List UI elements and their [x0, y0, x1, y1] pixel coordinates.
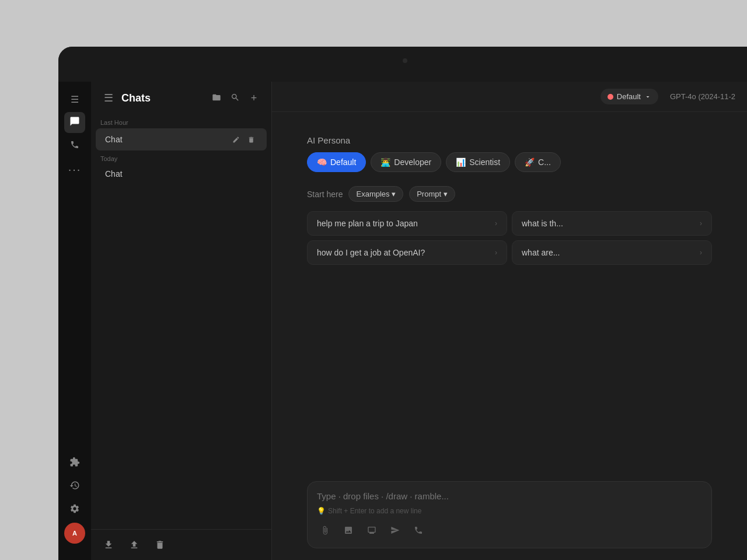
prompt-item-4[interactable]: what are... › [512, 240, 712, 265]
puzzle-icon-btn[interactable] [64, 453, 85, 474]
prompt-3-arrow: › [495, 249, 497, 257]
hamburger-icon-btn[interactable]: ☰ [64, 89, 85, 110]
phone-icon-btn[interactable] [64, 135, 85, 156]
voice-button[interactable] [410, 522, 427, 538]
tablet-top-bar [58, 47, 747, 82]
more-icon-btn[interactable]: ··· [64, 159, 85, 180]
icon-bar: ☰ ··· [58, 82, 91, 560]
download-button[interactable] [100, 537, 117, 553]
persona-creative-btn[interactable]: 🚀 C... [515, 152, 561, 172]
input-hint: 💡 Shift + Enter to add a new line [317, 507, 702, 515]
persona-scientist-emoji: 📊 [456, 158, 466, 167]
prompts-grid: help me plan a trip to Japan › what is t… [307, 211, 712, 265]
prompt-2-text: what is th... [522, 219, 563, 228]
persona-developer-label: Developer [394, 158, 431, 167]
send-button[interactable] [387, 522, 403, 538]
main-header: Default GPT-4o (2024-11-2 [272, 82, 747, 112]
add-chat-icon-btn[interactable]: + [246, 90, 262, 106]
persona-scientist-btn[interactable]: 📊 Scientist [446, 152, 510, 172]
prompt-1-arrow: › [495, 219, 497, 228]
section-label-today: Today [91, 150, 271, 164]
prompt-item-1[interactable]: help me plan a trip to Japan › [307, 211, 507, 236]
persona-default-emoji: 🧠 [317, 158, 327, 167]
chat-item-2-name: Chat [105, 169, 123, 178]
menu-icon: ☰ [104, 92, 113, 104]
delete-chat-button[interactable] [245, 133, 257, 146]
folder-icon-btn[interactable] [208, 90, 225, 106]
prompt-4-text: what are... [522, 248, 560, 257]
trash-button[interactable] [152, 537, 168, 553]
chat-item-2[interactable]: Chat [96, 164, 267, 183]
chat-icon [69, 116, 80, 129]
chat-item-1-actions [229, 133, 257, 146]
persona-developer-btn[interactable]: 👨‍💻 Developer [371, 152, 441, 172]
sidebar: ☰ Chats + [91, 82, 272, 560]
persona-scientist-label: Scientist [469, 158, 500, 167]
history-icon [69, 480, 80, 493]
chat-item-1[interactable]: Chat [96, 128, 267, 150]
avatar-icon-btn[interactable]: A [64, 523, 85, 544]
phone-icon [70, 140, 79, 152]
persona-section: AI Persona 🧠 Default 👨‍💻 Developer 📊 [307, 135, 712, 172]
prompt-item-3[interactable]: how do I get a job at OpenAI? › [307, 240, 507, 265]
folder-icon [212, 93, 221, 104]
history-icon-btn[interactable] [64, 476, 85, 497]
default-persona-label: Default [617, 92, 641, 101]
persona-creative-emoji: 🚀 [525, 158, 535, 167]
persona-creative-label: C... [538, 158, 551, 167]
default-persona-selector[interactable]: Default [601, 89, 658, 104]
prompt-1-text: help me plan a trip to Japan [317, 219, 418, 228]
chat-input[interactable] [317, 491, 702, 501]
examples-label: Examples ▾ [356, 190, 396, 198]
menu-button[interactable]: ☰ [100, 90, 117, 106]
screen-button[interactable] [364, 522, 380, 538]
add-icon: + [251, 92, 257, 104]
start-section: Start here Examples ▾ Prompt ▾ [307, 186, 712, 202]
chat-item-1-name: Chat [105, 135, 123, 144]
app-container: ☰ ··· [58, 82, 747, 560]
section-label-last-hour: Last Hour [91, 114, 271, 128]
image-button[interactable] [340, 522, 357, 538]
attach-button[interactable] [317, 522, 333, 538]
examples-button[interactable]: Examples ▾ [348, 186, 403, 202]
sidebar-header: ☰ Chats + [91, 82, 271, 114]
sidebar-header-icons: + [208, 90, 262, 106]
settings-icon-btn[interactable] [64, 499, 85, 520]
persona-default-btn[interactable]: 🧠 Default [307, 152, 366, 172]
sidebar-bottom [91, 529, 271, 560]
model-version-label: GPT-4o (2024-11-2 [670, 92, 735, 101]
persona-title: AI Persona [307, 135, 712, 145]
settings-icon [69, 503, 80, 516]
prompt-3-text: how do I get a job at OpenAI? [317, 248, 425, 257]
tablet-frame: ☰ ··· [58, 47, 747, 560]
chat-area: AI Persona 🧠 Default 👨‍💻 Developer 📊 [272, 112, 747, 481]
edit-chat-button[interactable] [229, 133, 242, 146]
start-here-label: Start here [307, 190, 343, 199]
hint-text: Shift + Enter to add a new line [328, 507, 421, 515]
persona-buttons: 🧠 Default 👨‍💻 Developer 📊 Scientist [307, 152, 712, 172]
prompt-2-arrow: › [700, 219, 702, 228]
search-icon-btn[interactable] [227, 90, 243, 106]
avatar-icon: A [72, 530, 77, 537]
chat-icon-btn[interactable] [64, 112, 85, 133]
main-content: Default GPT-4o (2024-11-2 AI Persona 🧠 D… [272, 82, 747, 560]
puzzle-icon [69, 457, 80, 470]
hint-icon: 💡 [317, 507, 326, 515]
persona-developer-emoji: 👨‍💻 [381, 158, 390, 167]
prompt-label: Prompt ▾ [417, 190, 448, 198]
search-icon [231, 93, 240, 104]
prompt-4-arrow: › [700, 249, 702, 257]
input-area: 💡 Shift + Enter to add a new line [307, 481, 712, 548]
prompt-item-2[interactable]: what is th... › [512, 211, 712, 236]
hamburger-icon: ☰ [71, 94, 79, 105]
more-icon: ··· [68, 163, 82, 176]
tablet-camera [403, 58, 407, 63]
prompt-button[interactable]: Prompt ▾ [409, 186, 455, 202]
persona-dot [608, 94, 613, 100]
persona-default-label: Default [330, 158, 356, 167]
sidebar-title: Chats [121, 92, 204, 104]
input-toolbar [317, 522, 702, 538]
upload-button[interactable] [126, 537, 142, 553]
